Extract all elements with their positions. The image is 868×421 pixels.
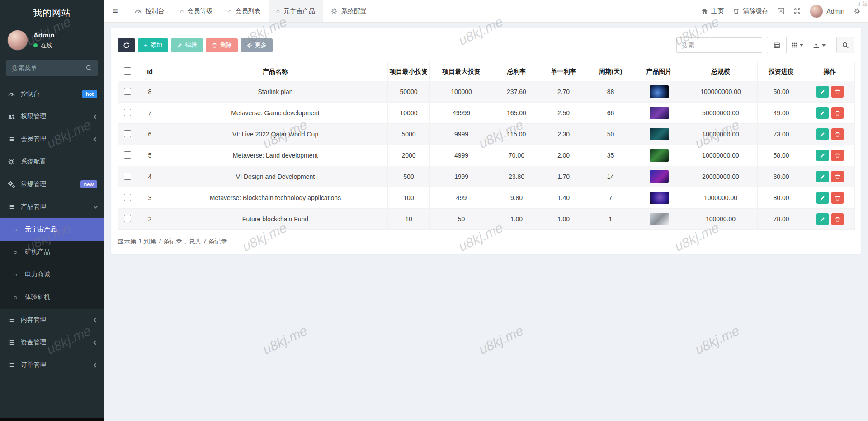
refresh-button[interactable] (118, 38, 135, 52)
sidebar-submenu: ○元宇宙产品○矿机产品○电力商城○体验矿机 (0, 218, 104, 309)
edit-button[interactable]: 编辑 (171, 38, 203, 52)
fullscreen-button[interactable] (794, 8, 801, 14)
row-delete-button[interactable] (831, 213, 844, 225)
select-all-checkbox[interactable] (124, 67, 131, 75)
list-icon (7, 316, 16, 323)
sidebar-item[interactable]: 会员管理 (0, 128, 104, 150)
trash-icon (835, 89, 840, 95)
row-edit-button[interactable] (816, 192, 829, 204)
language-switch-button[interactable]: A (777, 7, 785, 15)
cell-max-invest: 50 (430, 209, 493, 230)
row-delete-button[interactable] (831, 192, 844, 204)
delete-button[interactable]: 删除 (206, 38, 238, 52)
search-toggle-button[interactable] (836, 37, 854, 53)
sidebar-item[interactable]: 内容管理 (0, 309, 104, 331)
tab[interactable]: 系统配置 (323, 0, 374, 22)
sidebar-item-label: 会员管理 (21, 135, 46, 143)
sidebar-item[interactable]: 权限管理 (0, 105, 104, 128)
tab-label: 会员列表 (236, 7, 261, 15)
add-button[interactable]: + 添加 (138, 38, 168, 52)
row-checkbox[interactable] (124, 130, 131, 137)
cell-period: 7 (587, 187, 634, 209)
site-title: 我的网站 (0, 0, 104, 25)
row-delete-button[interactable] (831, 150, 844, 161)
export-button[interactable] (808, 37, 830, 53)
row-edit-button[interactable] (816, 86, 829, 98)
row-delete-button[interactable] (831, 171, 844, 182)
more-button[interactable]: 更多 (241, 38, 273, 52)
user-menu[interactable]: Admin (810, 5, 844, 18)
row-checkbox[interactable] (124, 173, 131, 180)
sidebar-item[interactable]: 订单管理 (0, 354, 104, 376)
row-edit-button[interactable] (816, 128, 829, 140)
row-edit-button[interactable] (816, 213, 829, 225)
row-checkbox[interactable] (124, 215, 131, 222)
badge: new (80, 180, 97, 188)
row-delete-button[interactable] (831, 107, 844, 119)
sidebar-subitem[interactable]: ○体验矿机 (0, 286, 104, 309)
settings-menu[interactable] (854, 8, 861, 15)
detail-view-button[interactable] (767, 37, 787, 53)
row-edit-button[interactable] (816, 150, 829, 161)
checkbox-cell (118, 166, 137, 187)
stadium-thumbnail[interactable] (650, 128, 669, 140)
table-search-input[interactable] (676, 37, 762, 53)
delete-label: 删除 (220, 41, 232, 49)
cell-progress: 50.00 (758, 81, 805, 103)
avatar (810, 5, 823, 18)
sidebar-item[interactable]: 常规管理new (0, 173, 104, 196)
sidebar-subitem[interactable]: ○矿机产品 (0, 241, 104, 263)
list-icon (7, 339, 16, 346)
sidebar-item[interactable]: 产品管理 (0, 196, 104, 218)
row-delete-button[interactable] (831, 128, 844, 140)
clear-cache-button[interactable]: 清除缓存 (733, 7, 768, 15)
refresh-icon (123, 42, 130, 49)
sidebar-toggle-icon[interactable]: ≡ (104, 0, 127, 22)
cell-period: 14 (587, 166, 634, 187)
sidebar-item[interactable]: 系统配置 (0, 150, 104, 173)
earth-thumbnail[interactable] (650, 85, 669, 98)
home-link[interactable]: 主页 (701, 7, 724, 15)
land-thumbnail[interactable] (650, 149, 669, 162)
row-checkbox[interactable] (124, 88, 131, 95)
tab[interactable]: ○会员等级 (172, 0, 220, 22)
menu-search-input[interactable] (12, 65, 85, 72)
sidebar-item[interactable]: 资金管理 (0, 331, 104, 354)
export-icon (813, 42, 820, 49)
row-checkbox[interactable] (124, 151, 131, 159)
trash-icon (212, 42, 217, 48)
columns-button[interactable] (787, 37, 808, 53)
cell-product-name: Starlink plan (163, 81, 388, 103)
cell-total-scale: 100000.00 (684, 209, 758, 230)
cell-total-scale: 10000000.00 (684, 145, 758, 166)
tab[interactable]: ○会员列表 (220, 0, 268, 22)
game-thumbnail[interactable] (650, 107, 669, 119)
handshake-thumbnail[interactable] (650, 213, 669, 225)
sidebar-subitem[interactable]: ○元宇宙产品 (0, 218, 104, 241)
row-checkbox[interactable] (124, 109, 131, 116)
cell-actions (805, 145, 855, 166)
pencil-icon (820, 89, 826, 95)
row-edit-button[interactable] (816, 171, 829, 182)
column-header: 操作 (805, 62, 855, 81)
sidebar-item-label: 产品管理 (21, 203, 46, 211)
row-delete-button[interactable] (831, 86, 844, 98)
sidebar-subitem[interactable]: ○电力商城 (0, 263, 104, 286)
design-thumbnail[interactable] (650, 170, 669, 183)
tab[interactable]: ○元宇宙产品 (269, 0, 323, 22)
search-icon[interactable] (85, 65, 92, 71)
chevron-left-icon (94, 114, 98, 119)
cell-max-invest: 49999 (430, 103, 493, 124)
search-icon (842, 42, 849, 49)
row-edit-button[interactable] (816, 107, 829, 119)
tab[interactable]: 控制台 (127, 0, 172, 22)
column-header: 产品名称 (163, 62, 388, 81)
blockchain-thumbnail[interactable] (650, 192, 669, 204)
pencil-icon (820, 174, 826, 180)
row-checkbox[interactable] (124, 194, 131, 201)
sidebar-item[interactable]: 控制台hot (0, 83, 104, 105)
home-icon (701, 8, 708, 14)
cell-total-rate: 23.80 (493, 166, 540, 187)
cell-max-invest: 1999 (430, 166, 493, 187)
cell-id: 3 (137, 187, 163, 209)
